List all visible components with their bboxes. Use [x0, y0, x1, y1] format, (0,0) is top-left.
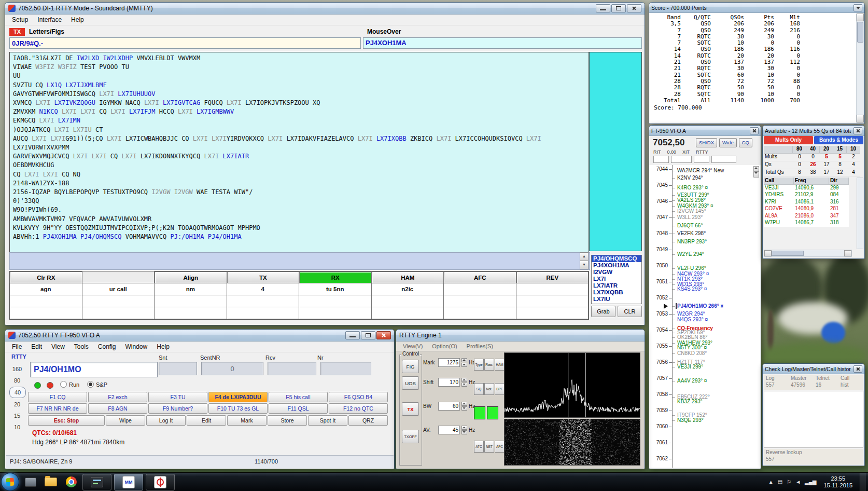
engine-fig-button[interactable]: FIG: [402, 360, 419, 373]
engine-toggle-afc[interactable]: AFC: [495, 441, 505, 453]
show-desktop-button[interactable]: [860, 473, 866, 491]
spin-up-icon[interactable]: [461, 402, 467, 406]
scroll-down-icon[interactable]: [857, 115, 864, 122]
spin-down-icon[interactable]: [461, 363, 467, 367]
action-button[interactable]: Mark: [227, 415, 267, 426]
bandmap-spot[interactable]: CN8KD 208°: [677, 350, 707, 356]
action-center-icon[interactable]: ⚐: [787, 480, 791, 485]
scroll-up-button[interactable]: ▲: [580, 252, 589, 261]
callsign-input[interactable]: [30, 362, 158, 377]
fkey-button[interactable]: F10 TU 73 es GL: [208, 403, 268, 414]
bandmap-spot[interactable]: W2GR 294°: [677, 311, 705, 317]
param-spinner[interactable]: [461, 358, 467, 367]
exchange-field-snt[interactable]: [159, 362, 197, 375]
menu-tools[interactable]: Tools: [69, 342, 93, 351]
engine-toggle-raw[interactable]: Raw.: [484, 359, 494, 371]
menu-optiono[interactable]: Option(O): [427, 342, 461, 350]
spin-down-icon[interactable]: [461, 430, 467, 434]
vfo-frequency[interactable]: 7052,50: [653, 138, 684, 148]
band-select-40[interactable]: 40: [9, 387, 26, 398]
menu-profiless[interactable]: Profiles(S): [462, 342, 498, 350]
status-icon[interactable]: ▤: [778, 480, 782, 485]
fkey-button[interactable]: F8 AGN: [88, 403, 147, 414]
call-list-item[interactable]: LX7IXQBB: [592, 289, 641, 296]
volume-icon[interactable]: ◄: [795, 480, 801, 485]
engine-toggle-sq[interactable]: SQ: [474, 383, 484, 395]
bandmap-spot[interactable]: NN3RP 293°: [677, 239, 707, 244]
menu-file[interactable]: File: [7, 342, 26, 351]
macro-button[interactable]: TX: [227, 271, 300, 283]
maximize-button[interactable]: [611, 4, 626, 12]
call-list-item[interactable]: PJ4/OHQMSCQ: [592, 255, 641, 262]
mouseover-callsign-field[interactable]: PJ4XOH1MA: [363, 37, 642, 49]
bandmap-spot[interactable]: VE2FU 296°: [677, 265, 706, 271]
explorer-button[interactable]: [42, 474, 60, 490]
bandmap-spin[interactable]: [753, 166, 760, 178]
fkey-button[interactable]: F12 no QTC: [329, 403, 388, 414]
menu-view[interactable]: View: [47, 342, 69, 351]
close-button[interactable]: [750, 127, 759, 134]
menu-help[interactable]: Help: [152, 342, 174, 351]
close-button[interactable]: [853, 127, 862, 134]
scrollbar-vertical[interactable]: [856, 13, 864, 122]
bandmap-spot[interactable]: K2NV 294°: [677, 175, 703, 181]
fkey-button[interactable]: F3 TU: [148, 392, 207, 402]
minimize-button[interactable]: [596, 4, 610, 12]
avail-call-cell[interactable]: K7RI: [764, 199, 794, 206]
bandmap-spot[interactable]: VA2ES 298°: [677, 197, 706, 203]
fkey-button[interactable]: F6 QSO B4: [329, 392, 388, 402]
tx-indicator[interactable]: TX: [9, 28, 25, 36]
engine-tx-button[interactable]: TX: [402, 402, 419, 416]
macro-message[interactable]: n2ic: [372, 283, 444, 295]
scroll-up-icon[interactable]: [857, 13, 864, 21]
call-list-item[interactable]: PJ4XOH1MA: [592, 262, 641, 269]
rx-decode-area[interactable]: IAOB."31&LX7I DE IW2LXD IW2LXDHP VMVXLEB…: [9, 52, 589, 253]
bandmap-spot[interactable]: N3QE 293°: [677, 417, 704, 423]
engine-toggle-not[interactable]: Not.: [484, 383, 494, 395]
taskbar-clock[interactable]: 23:55 15-11-2015: [821, 475, 856, 488]
bandmap-input[interactable]: [671, 156, 692, 163]
menu-help[interactable]: Help: [66, 15, 89, 24]
engine-toggle-bpf[interactable]: BPF: [495, 383, 505, 395]
call-list-item[interactable]: LX7I: [592, 276, 641, 282]
available-call-list[interactable]: CallFreqDirVE3JI14090,6299YD4IRS21102,90…: [764, 178, 849, 227]
bandmap-spot[interactable]: N4QS 293° ¤: [677, 317, 708, 322]
engine-uos-button[interactable]: UOS: [402, 376, 419, 390]
menu-interface[interactable]: Interface: [33, 15, 66, 24]
avail-call-cell[interactable]: YD4IRS: [764, 192, 794, 199]
titlebar[interactable]: Check Log/Master/Telnet/Call histor...: [763, 364, 864, 374]
sp-radio[interactable]: S&P: [87, 381, 107, 388]
grab-button[interactable]: Grab: [591, 306, 615, 317]
action-button[interactable]: Wipe: [106, 415, 145, 426]
bandmap-button-wide[interactable]: Wide: [719, 138, 737, 147]
exchange-field-nr[interactable]: [320, 362, 371, 375]
scroll-left-icon[interactable]: [764, 250, 772, 256]
avail-call-cell[interactable]: VE3JI: [764, 185, 794, 192]
scrollbar-horizontal[interactable]: [764, 250, 852, 257]
scrollbar-vertical[interactable]: [857, 178, 863, 249]
bandmap-display[interactable]: 7044704570467047704870497050705170527053…: [649, 165, 761, 468]
start-button[interactable]: [1, 473, 19, 491]
bandmap-spot[interactable]: VE3UTT 299°: [677, 192, 709, 198]
action-button[interactable]: Edit: [187, 415, 226, 426]
engine-toggle-atc[interactable]: ATC: [474, 441, 484, 453]
mults-only-button[interactable]: Mults Only: [764, 136, 813, 144]
chrome-button[interactable]: [62, 474, 80, 490]
action-button[interactable]: Esc: Stop: [28, 415, 105, 426]
param-spinner[interactable]: [461, 378, 467, 387]
param-spinner[interactable]: [461, 426, 467, 434]
macro-button[interactable]: Align: [155, 271, 227, 283]
engine-toggle-type[interactable]: Type: [474, 359, 484, 371]
action-button[interactable]: QRZ: [348, 415, 388, 426]
close-button[interactable]: [853, 365, 862, 373]
bandmap-spot[interactable]: AA4V 293° ¤: [677, 378, 707, 384]
bandmap-spot[interactable]: OK2BEN 86°: [677, 334, 707, 340]
param-value[interactable]: 45: [438, 426, 460, 434]
fkey-button[interactable]: F11 QSL: [269, 403, 328, 414]
radio-circle-icon[interactable]: [60, 381, 67, 388]
exchange-field-sentnr[interactable]: 0: [201, 362, 263, 375]
macro-message[interactable]: agn: [10, 283, 82, 295]
titlebar[interactable]: Score - 700.000 Points: [649, 3, 864, 13]
spin-up-icon[interactable]: [461, 358, 467, 362]
action-button[interactable]: Log It: [146, 415, 186, 426]
